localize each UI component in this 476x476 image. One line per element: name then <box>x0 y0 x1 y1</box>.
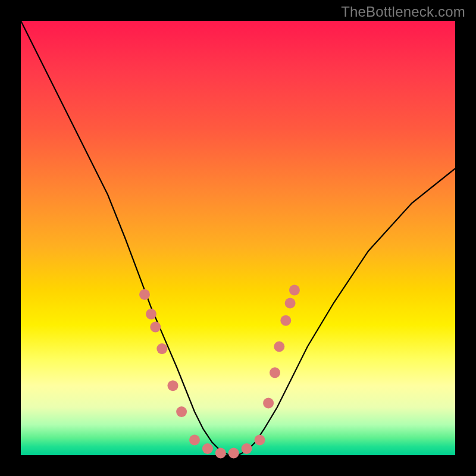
data-marker <box>189 435 200 446</box>
chart-frame: TheBottleneck.com <box>0 0 476 476</box>
data-marker <box>150 322 161 333</box>
data-marker <box>270 367 280 378</box>
chart-svg <box>21 21 455 455</box>
data-marker <box>176 406 187 417</box>
data-marker <box>146 309 156 320</box>
watermark-text: TheBottleneck.com <box>341 4 465 20</box>
data-marker <box>168 380 178 391</box>
data-marker <box>215 447 226 458</box>
data-marker <box>274 342 284 352</box>
data-marker <box>242 443 252 454</box>
data-marker <box>202 443 213 454</box>
data-marker <box>285 298 296 309</box>
data-markers <box>139 285 300 459</box>
data-marker <box>156 343 167 354</box>
data-marker <box>280 315 291 326</box>
data-marker <box>289 285 300 296</box>
plot-area <box>21 21 455 455</box>
data-marker <box>139 289 150 300</box>
data-marker <box>255 435 265 446</box>
bottleneck-curve <box>21 21 455 455</box>
data-marker <box>228 447 239 458</box>
data-marker <box>263 397 274 408</box>
